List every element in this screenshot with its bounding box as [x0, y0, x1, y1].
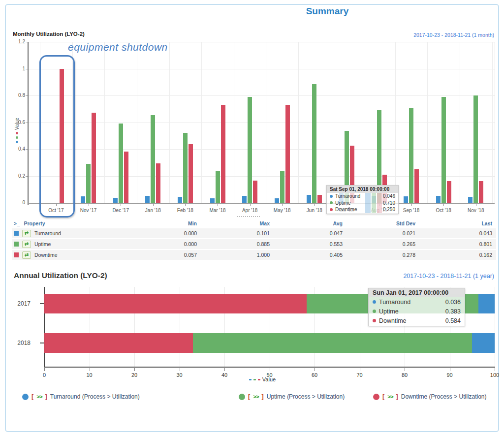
- gridline-vertical: [427, 42, 428, 203]
- column-header-avg[interactable]: Avg: [274, 220, 346, 226]
- x-axis-tick-label: Sep '18: [396, 208, 427, 213]
- monthly-tooltip: Sat Sep 01, 2018 00:00:00 Turnaround 0.0…: [326, 185, 399, 214]
- gridline-horizontal: [28, 95, 495, 96]
- bar-downtime-Jan18[interactable]: [156, 163, 160, 203]
- bracket-close: ]: [45, 393, 47, 400]
- x-axis-tick-label: 70: [352, 372, 368, 378]
- series-dash-downtime-icon: [16, 132, 18, 134]
- bar-uptime-May18[interactable]: [280, 171, 284, 203]
- bar-segment-downtime-2018[interactable]: [44, 333, 193, 353]
- bar-uptime-Sep18[interactable]: [409, 108, 413, 203]
- bar-uptime-Oct18[interactable]: [441, 97, 446, 203]
- gridline-vertical: [363, 42, 363, 203]
- bar-downtime-Sep18[interactable]: [414, 169, 419, 203]
- bar-turnaround-Jun18[interactable]: [307, 195, 311, 203]
- monthly-tooltip-header: Sat Sep 01, 2018 00:00:00: [327, 186, 398, 193]
- swap-arrows-icon[interactable]: ⇄: [22, 230, 31, 237]
- table-resize-drag-handle[interactable]: [237, 216, 260, 217]
- x-axis-tick-label: Feb '18: [170, 208, 200, 213]
- table-row-turnaround[interactable]: ⇄ Turnaround 0.000 0.101 0.047 0.021 0.0…: [12, 228, 496, 238]
- legend-item-turnaround[interactable]: [ >> ] Turnaround (Process > Utilization…: [22, 393, 140, 401]
- bar-downtime-Apr18[interactable]: [253, 181, 257, 203]
- table-row-uptime[interactable]: ⇄ Uptime 0.000 0.885 0.553 0.265 0.801: [12, 239, 496, 249]
- uptime-dot-icon: [239, 394, 245, 400]
- annual-x-axis-label: Value: [230, 376, 294, 383]
- bracket-open: [: [32, 393, 33, 400]
- column-header-last[interactable]: Last: [419, 220, 496, 226]
- bar-uptime-Mar18[interactable]: [216, 171, 220, 203]
- column-header-property[interactable]: Property: [24, 220, 45, 226]
- y-axis-tick-label: 0.2: [7, 173, 25, 179]
- series-color-swatch[interactable]: [14, 231, 19, 236]
- bar-downtime-Jun18[interactable]: [317, 195, 322, 203]
- bar-turnaround-May18[interactable]: [275, 198, 279, 203]
- bar-downtime-Nov18[interactable]: [479, 181, 483, 203]
- column-header-stddev[interactable]: Std Dev: [346, 220, 419, 226]
- bar-turnaround-Sep18[interactable]: [404, 196, 408, 203]
- monthly-tooltip-row: Turnaround 0.046: [327, 193, 398, 200]
- x-axis-tick-label: Dec '17: [105, 208, 136, 213]
- x-axis-tick: [44, 368, 45, 371]
- series-color-swatch[interactable]: [14, 242, 19, 247]
- tooltip-series-name: Turnaround: [379, 299, 410, 306]
- bar-turnaround-Oct18[interactable]: [436, 196, 441, 203]
- x-axis-tick: [411, 204, 412, 206]
- bar-turnaround-Jan18[interactable]: [145, 196, 150, 203]
- x-axis-tick-label: 60: [307, 372, 322, 378]
- bar-uptime-Nov18[interactable]: [473, 95, 478, 203]
- console-prompt-icon[interactable]: >_: [14, 221, 20, 226]
- x-axis-tick-label: 80: [397, 372, 412, 378]
- bar-turnaround-Dec17[interactable]: [113, 198, 118, 203]
- x-axis-tick: [180, 368, 180, 371]
- monthly-y-axis-label-text: Value: [14, 118, 20, 130]
- bar-segment-turnaround-2017[interactable]: [478, 294, 495, 313]
- bar-uptime-Feb18[interactable]: [183, 133, 188, 203]
- table-row-downtime[interactable]: ⇄ Downtime 0.057 1.000 0.405 0.278 0.162: [12, 250, 496, 260]
- bar-turnaround-Nov18[interactable]: [468, 197, 472, 203]
- swap-arrows-icon[interactable]: ⇄: [22, 241, 31, 248]
- y-axis-tick-label: 0: [7, 200, 25, 205]
- gridline-horizontal: [28, 149, 495, 150]
- x-axis-tick: [218, 204, 218, 206]
- bar-uptime-Jan18[interactable]: [151, 115, 155, 203]
- bar-turnaround-Feb18[interactable]: [178, 197, 182, 203]
- bar-downtime-Oct18[interactable]: [447, 181, 451, 203]
- bar-uptime-Apr18[interactable]: [248, 97, 252, 203]
- bar-segment-turnaround-2018[interactable]: [472, 333, 495, 353]
- gridline-vertical: [169, 42, 170, 203]
- last-value: 0.043: [419, 230, 496, 236]
- bar-segment-uptime-2018[interactable]: [193, 333, 472, 353]
- tooltip-series-value: 0.250: [383, 207, 395, 212]
- bar-segment-downtime-2017[interactable]: [44, 294, 307, 313]
- bar-uptime-Nov17[interactable]: [86, 164, 91, 203]
- x-axis-tick: [153, 204, 154, 206]
- gridline-vertical: [234, 42, 234, 203]
- drilldown-arrows-icon: >>: [253, 394, 258, 400]
- series-color-swatch[interactable]: [14, 252, 19, 257]
- bar-turnaround-Apr18[interactable]: [242, 196, 247, 203]
- monthly-y-axis-label: Value: [13, 102, 20, 143]
- bar-downtime-Nov17[interactable]: [92, 113, 96, 203]
- bracket-close: ]: [262, 393, 264, 400]
- bar-downtime-May18[interactable]: [285, 105, 290, 203]
- bar-downtime-Dec17[interactable]: [124, 152, 128, 203]
- bar-turnaround-Nov17[interactable]: [81, 196, 85, 203]
- property-name: Uptime: [34, 241, 51, 247]
- x-axis-line: [28, 203, 495, 204]
- bar-downtime-Feb18[interactable]: [189, 144, 193, 203]
- column-header-min[interactable]: Min: [128, 220, 201, 226]
- bar-turnaround-Mar18[interactable]: [210, 198, 215, 203]
- plot-right-border: [495, 42, 495, 203]
- bar-downtime-Mar18[interactable]: [221, 105, 225, 203]
- x-axis-tick: [121, 204, 121, 206]
- series-dash-turnaround-icon: [249, 379, 252, 380]
- max-value: 0.885: [201, 241, 274, 247]
- legend-item-downtime[interactable]: [ >> ] Downtime (Process > Utilization): [373, 393, 487, 401]
- bar-uptime-Jun18[interactable]: [312, 84, 316, 203]
- swap-arrows-icon[interactable]: ⇄: [22, 251, 31, 259]
- bar-uptime-Dec17[interactable]: [119, 124, 123, 203]
- legend-item-uptime[interactable]: [ >> ] Uptime (Process > Utilization): [239, 393, 345, 401]
- legend-label: Uptime (Process > Utilization): [267, 393, 345, 400]
- column-header-max[interactable]: Max: [201, 220, 274, 226]
- last-value: 0.801: [419, 241, 496, 247]
